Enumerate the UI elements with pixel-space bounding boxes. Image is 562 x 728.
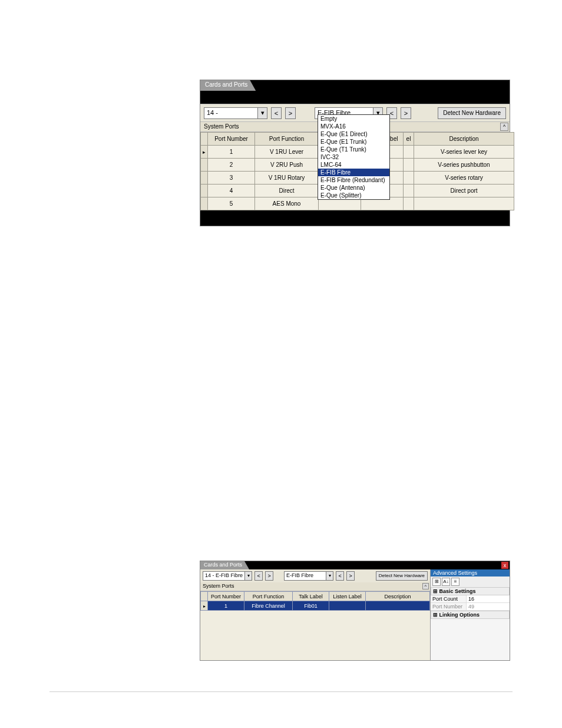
cell-port-function[interactable]: Direct (255, 185, 319, 197)
expand-icon[interactable]: ⊞ (433, 612, 438, 618)
cell-port-function[interactable]: V 1RU Rotary (255, 172, 319, 185)
col-port-number[interactable]: Port Number (208, 133, 255, 146)
table-row-selected[interactable]: 1 Fibre Channel Fib01 (201, 601, 430, 611)
slot-select-value: 14 - E-FIB Fibre (203, 572, 244, 580)
dropdown-item[interactable]: MVX-A16 (318, 123, 389, 130)
advanced-settings-panel: Advanced Settings ⊞ A↓ ≡ ⊞ Basic Setting… (430, 569, 510, 660)
chevron-down-icon[interactable]: ▾ (244, 572, 252, 580)
linking-options-section[interactable]: ⊞ Linking Options (431, 611, 510, 619)
row-marker-icon (201, 172, 208, 185)
system-ports-text: System Ports (204, 123, 239, 130)
cards-and-ports-window-configured: Cards and Ports x 14 - E-FIB Fibre ▾ < >… (200, 561, 510, 661)
cell-port-number[interactable]: 1 (208, 146, 255, 159)
dropdown-item-highlighted[interactable]: E-FIB Fibre (318, 169, 389, 176)
detect-new-hardware-button[interactable]: Detect New Hardware (376, 571, 428, 581)
prop-key: Port Number (431, 603, 466, 610)
cell-description[interactable] (414, 197, 514, 210)
scroll-up-button[interactable]: ^ (422, 583, 429, 589)
cell-alt[interactable] (404, 197, 414, 210)
cell-port-function[interactable]: V 2RU Push (255, 159, 319, 172)
slot-prev-button[interactable]: < (254, 571, 263, 581)
col-talk-label[interactable]: Talk Label (293, 592, 329, 601)
cell-description[interactable]: V-series lever key (414, 146, 514, 159)
grid-header-row: Port Number Port Function Talk Label Lis… (201, 592, 430, 601)
basic-settings-section[interactable]: ⊞ Basic Settings (431, 587, 510, 595)
sort-az-icon[interactable]: A↓ (442, 578, 450, 586)
cell-description[interactable]: V-series pushbutton (414, 159, 514, 172)
cell-port-number[interactable]: 3 (208, 172, 255, 185)
cell-alt[interactable] (404, 159, 414, 172)
detect-new-hardware-button[interactable]: Detect New Hardware (438, 107, 506, 119)
cell-port-number[interactable]: 2 (208, 159, 255, 172)
cell-talk-label[interactable]: Fib01 (293, 601, 329, 611)
row-marker-header (201, 133, 208, 146)
col-port-number[interactable]: Port Number (208, 592, 244, 601)
col-alt[interactable]: el (404, 133, 414, 146)
cell-port-function[interactable]: AES Mono (255, 197, 319, 210)
slot-select-value: 14 - (204, 108, 257, 118)
close-icon[interactable]: x (501, 562, 508, 569)
cell-alt[interactable] (404, 146, 414, 159)
cell-port-function[interactable]: Fibre Channel (244, 601, 293, 611)
card-type-combo[interactable]: E-FIB Fibre ▾ (284, 571, 333, 581)
linking-options-label: Linking Options (439, 612, 480, 618)
cell-port-number[interactable]: 4 (208, 185, 255, 197)
scroll-up-button[interactable]: ^ (500, 123, 508, 131)
chevron-down-icon[interactable]: ▾ (326, 572, 333, 580)
col-description[interactable]: Description (366, 592, 430, 601)
cards-and-ports-tab[interactable]: Cards and Ports (200, 561, 249, 569)
cell-listen-label[interactable] (329, 601, 366, 611)
dropdown-item[interactable]: E-Que (E1 Trunk) (318, 138, 389, 146)
col-port-function[interactable]: Port Function (244, 592, 293, 601)
cell-port-number[interactable]: 1 (208, 601, 244, 611)
row-marker-icon (201, 197, 208, 210)
prop-row-port-count[interactable]: Port Count 16 (431, 595, 510, 603)
row-marker-header (201, 592, 208, 601)
basic-settings-label: Basic Settings (439, 588, 476, 594)
col-listen-label[interactable]: Listen Label (329, 592, 366, 601)
property-grid: ⊞ Basic Settings Port Count 16 Port Numb… (431, 587, 510, 619)
cell-alt[interactable] (404, 185, 414, 197)
left-panel: 14 - E-FIB Fibre ▾ < > E-FIB Fibre ▾ < >… (200, 569, 430, 660)
cell-description[interactable]: Direct port (414, 185, 514, 197)
dropdown-item[interactable]: Empty (318, 115, 389, 123)
cards-and-ports-tab[interactable]: Cards and Ports (200, 80, 256, 91)
row-marker-icon (201, 159, 208, 172)
chevron-down-icon[interactable]: ▾ (257, 108, 267, 118)
expand-icon[interactable]: ⊞ (433, 588, 438, 594)
slot-prev-button[interactable]: < (271, 107, 282, 119)
card-next-button[interactable]: > (401, 107, 411, 119)
dropdown-item[interactable]: E-Que (Splitter) (318, 192, 389, 199)
slot-select-combo[interactable]: 14 - ▾ (204, 107, 267, 119)
prop-row-port-number: Port Number 49 (431, 603, 510, 611)
cell-port-number[interactable]: 5 (208, 197, 255, 210)
cell-port-function[interactable]: V 1RU Lever (255, 146, 319, 159)
categorize-icon[interactable]: ⊞ (432, 578, 441, 586)
slot-next-button[interactable]: > (265, 571, 273, 581)
dropdown-item[interactable]: E-Que (E1 Direct) (318, 130, 389, 138)
card-next-button[interactable]: > (346, 571, 355, 581)
footer-rule (49, 691, 513, 692)
prop-value[interactable]: 16 (466, 595, 510, 602)
card-type-value: E-FIB Fibre (285, 572, 326, 580)
cell-description[interactable] (366, 601, 430, 611)
row-marker-icon (201, 146, 208, 159)
dropdown-item[interactable]: IVC-32 (318, 153, 389, 161)
slot-next-button[interactable]: > (285, 107, 296, 119)
dropdown-item[interactable]: E-FIB Fibre (Redundant) (318, 176, 389, 184)
prop-value: 49 (466, 603, 510, 610)
dropdown-item[interactable]: LMC-64 (318, 161, 389, 169)
dropdown-item[interactable]: E-Que (Antenna) (318, 184, 389, 192)
cell-alt[interactable] (404, 172, 414, 185)
cell-description[interactable]: V-series rotary (414, 172, 514, 185)
slot-select-combo[interactable]: 14 - E-FIB Fibre ▾ (203, 571, 252, 581)
ports-grid: Port Number Port Function Talk Label Lis… (200, 591, 430, 660)
window-titlebar-strip (200, 91, 510, 104)
col-port-function[interactable]: Port Function (255, 133, 319, 146)
property-pages-icon[interactable]: ≡ (451, 578, 459, 586)
card-type-dropdown-list[interactable]: Empty MVX-A16 E-Que (E1 Direct) E-Que (E… (318, 114, 390, 200)
advanced-settings-header: Advanced Settings (431, 569, 510, 577)
dropdown-item[interactable]: E-Que (T1 Trunk) (318, 146, 389, 153)
col-description[interactable]: Description (414, 133, 514, 146)
card-prev-button[interactable]: < (336, 571, 344, 581)
